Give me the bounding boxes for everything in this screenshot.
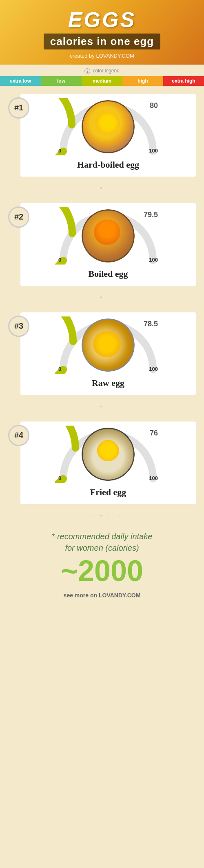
egg-card-4: 010076Fried egg (20, 422, 196, 504)
header-title: EGGS (8, 7, 196, 32)
rank-badge-3: #3 (8, 316, 29, 337)
egg-image-1 (82, 100, 135, 153)
gauge-label-max: 100 (149, 148, 158, 154)
gauge-value-label: 80 (150, 101, 158, 110)
rank-badge-4: #4 (8, 425, 29, 446)
dots-divider: · · · ● · · · (0, 508, 204, 523)
egg-visual (82, 318, 135, 372)
egg-section-4: #4 010076Fried egg (0, 413, 204, 508)
header-subtitle: calories in one egg (50, 35, 154, 48)
gauge-label-max: 100 (149, 475, 158, 481)
egg-section-1: #1 010080Hard-boiled egg (0, 86, 204, 181)
egg-visual (82, 100, 135, 153)
gauge-label-min: 0 (58, 475, 61, 481)
header-subtitle-box: calories in one egg (44, 34, 161, 49)
egg-card-3: 010078.5Raw egg (20, 312, 196, 395)
legend-low: low (41, 76, 82, 86)
gauge-label-min: 0 (58, 148, 61, 154)
gauge-4: 010076 (55, 426, 161, 483)
footer-calories: ~2000 (8, 556, 196, 585)
gauge-3: 010078.5 (55, 316, 161, 374)
egg-section-3: #3 010078.5Raw egg (0, 304, 204, 399)
gauge-label-min: 0 (58, 366, 61, 372)
egg-section-2: #2 010079.5Boiled egg (0, 195, 204, 290)
egg-name-1: Hard-boiled egg (29, 159, 188, 170)
dots-divider: · · · ● · · · (0, 290, 204, 304)
footer-note: * recommended daily intakefor women (cal… (8, 531, 196, 554)
egg-image-3 (82, 318, 135, 372)
header-credit: created by LOVANDY.COM (8, 53, 196, 59)
egg-image-2 (82, 209, 135, 262)
footer-link: see more on LOVANDY.COM (8, 592, 196, 599)
egg-image-4 (82, 428, 135, 481)
egg-visual (82, 428, 135, 481)
footer-site: LOVANDY.COM (99, 592, 140, 599)
gauge-value-label: 78.5 (144, 320, 158, 328)
dots-divider: · · · ● · · · (0, 399, 204, 413)
egg-card-1: 010080Hard-boiled egg (20, 94, 196, 177)
legend-bar: extra low low medium high extra high (0, 76, 204, 86)
legend-medium: medium (82, 76, 122, 86)
eggs-container: #1 010080Hard-boiled egg· · · ● · · ·#2 … (0, 86, 204, 523)
rank-badge-2: #2 (8, 206, 29, 228)
legend-title: ℹ color legend (0, 68, 204, 74)
egg-name-3: Raw egg (29, 378, 188, 388)
gauge-2: 010079.5 (55, 207, 161, 265)
egg-name-4: Fried egg (29, 487, 188, 498)
legend-extra-high: extra high (163, 76, 204, 86)
egg-visual (82, 209, 135, 262)
egg-name-2: Boiled egg (29, 269, 188, 279)
gauge-label-min: 0 (58, 257, 61, 263)
gauge-label-max: 100 (149, 366, 158, 372)
info-icon: ℹ (84, 68, 90, 74)
gauge-value-label: 79.5 (144, 211, 158, 219)
gauge-label-max: 100 (149, 257, 158, 263)
gauge-value-label: 76 (150, 429, 158, 437)
rank-badge-1: #1 (8, 97, 29, 119)
footer-section: * recommended daily intakefor women (cal… (0, 523, 204, 611)
dots-divider: · · · ● · · · (0, 181, 204, 195)
legend-extra-low: extra low (0, 76, 41, 86)
egg-card-2: 010079.5Boiled egg (20, 203, 196, 286)
legend-section: ℹ color legend extra low low medium high… (0, 65, 204, 86)
legend-high: high (122, 76, 163, 86)
gauge-1: 010080 (55, 98, 161, 155)
header: EGGS calories in one egg created by LOVA… (0, 0, 204, 65)
